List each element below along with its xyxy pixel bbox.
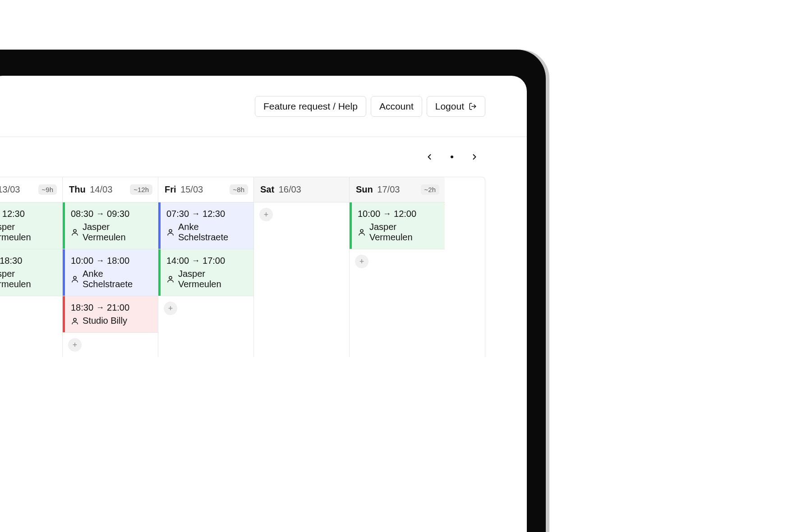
event-time: 10:00→12:00 [358,209,440,219]
event-end: 21:00 [107,303,129,313]
day-header[interactable]: Fri 15/03~8h [158,177,253,202]
event-end: 12:30 [203,209,225,219]
event-end: 18:30 [0,256,22,266]
event-stripe [63,296,65,332]
calendar-grid: Wed 13/03~9h:30→12:30Jasper Vermeulen30→… [0,177,485,357]
hours-pill: ~9h [38,184,57,195]
add-event-cell: + [158,296,253,321]
day-name: Thu [69,184,86,194]
account-label: Account [379,101,414,112]
day-header[interactable]: Sun 17/03~2h [350,177,445,202]
events-list: :30→12:30Jasper Vermeulen30→18:30Jasper … [0,202,62,321]
event-time: 14:00→17:00 [166,256,249,266]
day-header[interactable]: Sat 16/03 [254,177,349,202]
account-button[interactable]: Account [371,96,422,117]
chevron-left-icon [425,152,434,161]
person-name: Jasper Vermeulen [0,269,58,289]
event-stripe [158,202,161,249]
event-person: Jasper Vermeulen [71,222,153,243]
day-column: Fri 15/03~8h07:30→12:30Anke Schelstraete… [158,177,253,357]
event-person: Anke Schelstraete [71,269,153,289]
day-header[interactable]: Thu 14/03~12h [63,177,158,202]
svg-point-3 [74,229,76,232]
hours-pill: ~8h [230,184,248,195]
person-name: Jasper Vermeulen [178,269,249,289]
plus-icon: + [168,304,173,313]
logout-label: Logout [435,101,464,112]
next-week-button[interactable] [468,151,481,163]
event-end: 09:30 [107,209,129,219]
feature-request-button[interactable]: Feature request / Help [255,96,366,117]
event-end: 12:00 [394,209,416,219]
event-start: 10:00 [71,256,93,266]
add-event-cell: + [350,249,445,274]
events-list: 10:00→12:00Jasper Vermeulen+ [350,202,445,274]
arrow-right-icon: → [96,303,104,312]
day-date: 15/03 [180,184,203,194]
device-frame: Feature request / Help Account Logout [0,50,546,532]
svg-point-4 [74,276,76,279]
event-end: 18:00 [107,256,129,266]
arrow-right-icon: → [192,209,200,219]
add-event-button[interactable]: + [164,302,177,315]
svg-point-6 [169,229,172,232]
arrow-right-icon: → [96,256,104,266]
event-person: Jasper Vermeulen [0,222,58,243]
events-list: 08:30→09:30Jasper Vermeulen10:00→18:00An… [63,202,158,357]
day-header[interactable]: Wed 13/03~9h [0,177,62,202]
person-icon [166,275,175,283]
hours-pill: ~2h [421,184,439,195]
today-button[interactable] [446,151,458,163]
plus-icon: + [359,257,364,266]
person-icon [166,228,175,236]
day-column: Thu 14/03~12h08:30→09:30Jasper Vermeulen… [62,177,158,357]
person-name: Anke Schelstraete [83,269,153,289]
person-name: Jasper Vermeulen [83,222,153,243]
plus-icon: + [264,210,269,220]
event-time: 10:00→18:00 [71,256,153,266]
event-card[interactable]: 10:00→18:00Anke Schelstraete [63,249,158,296]
svg-point-8 [360,229,363,232]
hours-pill: ~12h [130,184,152,195]
device-screen: Feature request / Help Account Logout [0,76,527,532]
dot-icon [451,156,453,158]
person-name: Jasper Vermeulen [369,222,440,243]
calendar-wrap: Wed 13/03~9h:30→12:30Jasper Vermeulen30→… [0,177,527,532]
arrow-right-icon: → [192,256,200,266]
event-card[interactable]: 14:00→17:00Jasper Vermeulen [158,249,253,296]
event-start: 18:30 [71,303,93,313]
day-date: 17/03 [377,184,400,194]
svg-point-5 [74,318,76,321]
day-name: Sat [260,184,274,194]
add-event-cell: + [254,202,349,227]
add-event-button[interactable]: + [259,208,273,221]
event-person: Studio Billy [71,316,153,326]
person-icon [358,228,366,236]
add-event-button[interactable]: + [355,255,369,268]
day-column: Sat 16/03+ [253,177,349,357]
day-name: Fri [165,184,176,194]
chevron-right-icon [470,152,479,161]
person-name: Studio Billy [83,316,127,326]
event-card[interactable]: 30→18:30Jasper Vermeulen [0,249,62,296]
event-card[interactable]: 07:30→12:30Anke Schelstraete [158,202,253,249]
person-icon [71,275,79,283]
arrow-right-icon: → [383,209,391,219]
person-icon [71,317,79,325]
event-time: 18:30→21:00 [71,303,153,313]
day-column: Sun 17/03~2h10:00→12:00Jasper Vermeulen+ [349,177,445,357]
app-root: Feature request / Help Account Logout [0,76,527,532]
event-card[interactable]: :30→12:30Jasper Vermeulen [0,202,62,249]
logout-button[interactable]: Logout [427,96,485,117]
event-start: 10:00 [358,209,380,219]
prev-week-button[interactable] [423,151,436,163]
event-card[interactable]: 10:00→12:00Jasper Vermeulen [350,202,445,249]
event-card[interactable]: 18:30→21:00Studio Billy [63,296,158,333]
event-card[interactable]: 08:30→09:30Jasper Vermeulen [63,202,158,249]
feature-request-label: Feature request / Help [263,101,358,112]
person-name: Anke Schelstraete [178,222,249,243]
day-column: Wed 13/03~9h:30→12:30Jasper Vermeulen30→… [0,177,62,357]
week-nav [0,137,527,177]
add-event-button[interactable]: + [68,338,82,352]
header: Feature request / Help Account Logout [0,76,527,137]
